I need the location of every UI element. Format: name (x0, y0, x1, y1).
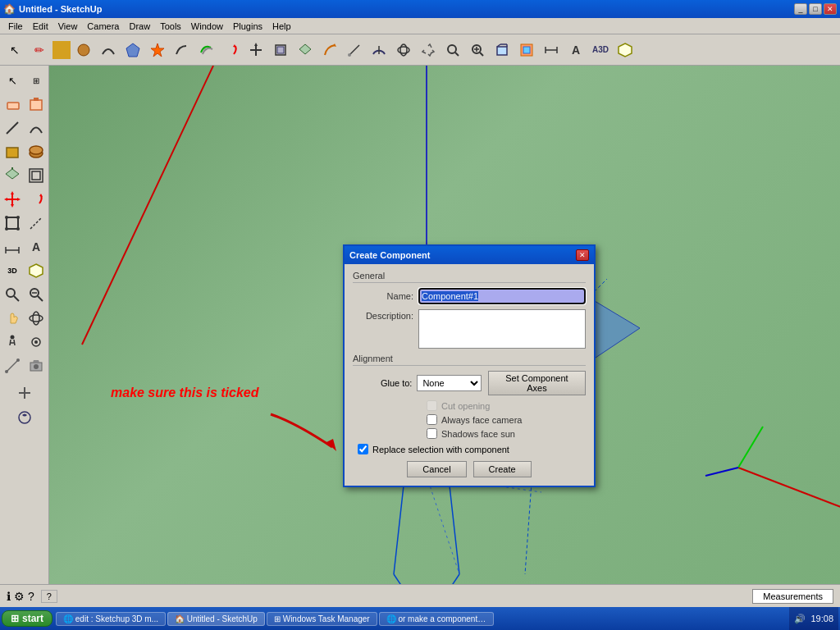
name-input[interactable] (418, 288, 586, 304)
taskbar-item-1[interactable]: 🏠 Untitled - SketchUp (167, 612, 265, 626)
tool-rect[interactable] (52, 41, 71, 59)
canvas-area[interactable]: make sure this is ticked Create Componen… (49, 66, 840, 584)
tool-lookat-left[interactable] (25, 331, 48, 354)
tool-offset[interactable] (195, 39, 218, 62)
tool-polygon[interactable] (121, 39, 144, 62)
tool-extra2[interactable] (13, 406, 36, 429)
tool-zoomext-left[interactable] (25, 283, 48, 306)
taskbar-item-2[interactable]: ⊞ Windows Task Manager (267, 612, 377, 626)
tool-pan[interactable] (417, 39, 440, 62)
tool-component[interactable] (491, 39, 514, 62)
scale-tools (1, 212, 48, 235)
zoom-tools (1, 283, 48, 306)
tool-zoomwindow[interactable] (441, 39, 464, 62)
tool-rotate-left[interactable] (25, 188, 48, 211)
description-row: Description: (353, 309, 586, 349)
tool-select2-left[interactable]: ⊞ (25, 69, 48, 92)
tool-select[interactable]: ↖ (3, 39, 26, 62)
annotation-text: make sure this is ticked (111, 386, 259, 400)
tool-arc[interactable] (97, 39, 120, 62)
tool-text-left[interactable]: A (25, 235, 48, 258)
cut-opening-label: Cut opening (441, 401, 490, 411)
tool-paint-left[interactable] (25, 93, 48, 116)
tool-hand-left[interactable] (1, 307, 24, 330)
tool-zoom-left[interactable] (1, 283, 24, 306)
tool-eraser-left[interactable] (1, 93, 24, 116)
tool-select-left[interactable]: ↖ (1, 69, 24, 92)
menu-camera[interactable]: Camera (82, 20, 124, 33)
menu-edit[interactable]: Edit (28, 20, 53, 33)
svg-marker-7 (299, 44, 311, 54)
tool-circle-left[interactable] (25, 140, 48, 163)
tool-zoom[interactable] (466, 39, 489, 62)
tool-pushpull[interactable] (294, 39, 317, 62)
tool-3dtext[interactable]: A3D (589, 39, 612, 62)
minimize-button[interactable]: _ (794, 3, 807, 15)
menu-draw[interactable]: Draw (124, 20, 155, 33)
tool-freehand[interactable] (171, 39, 194, 62)
tool-scale[interactable] (269, 39, 292, 62)
maximize-button[interactable]: □ (809, 3, 822, 15)
svg-rect-6 (277, 47, 284, 53)
menu-help[interactable]: Help (267, 20, 296, 33)
measurements-box: Measurements (752, 589, 833, 604)
main-toolbar: ↖ ✏ A A3D (0, 34, 840, 66)
tool-move[interactable] (244, 39, 267, 62)
tool-paint[interactable] (515, 39, 538, 62)
tool-followme[interactable] (318, 39, 341, 62)
main-area: ↖ ⊞ A 3D (0, 66, 840, 584)
menu-file[interactable]: File (3, 20, 28, 33)
taskbar-item-0[interactable]: 🌐 edit : Sketchup 3D m... (56, 612, 166, 626)
close-button[interactable]: ✕ (824, 3, 837, 15)
tool-rect-left[interactable] (1, 140, 24, 163)
menu-window[interactable]: Window (186, 20, 228, 33)
tool-pencil[interactable]: ✏ (28, 39, 51, 62)
taskbar-item-3[interactable]: 🌐 or make a component.... (379, 612, 494, 626)
set-axes-button[interactable]: Set Component Axes (488, 371, 586, 395)
svg-line-66 (7, 360, 18, 372)
tool-section[interactable] (614, 39, 637, 62)
menu-plugins[interactable]: Plugins (228, 20, 267, 33)
tool-dimension-left[interactable] (1, 235, 24, 258)
tool-move-left[interactable] (1, 188, 24, 211)
shadows-face-sun-checkbox[interactable] (427, 428, 437, 439)
tool-text[interactable]: A (564, 39, 587, 62)
tool-tape[interactable] (343, 39, 366, 62)
glue-to-select[interactable]: None Any Horizontal Vertical Sloped (417, 375, 481, 391)
tool-orbit-left[interactable] (25, 307, 48, 330)
window-controls: _ □ ✕ (794, 3, 837, 15)
tool-arc-left[interactable] (25, 116, 48, 139)
tool-section-left[interactable] (25, 259, 48, 282)
replace-selection-checkbox[interactable] (358, 444, 368, 454)
cancel-button[interactable]: Cancel (407, 461, 466, 477)
help-button[interactable]: ? (41, 590, 57, 603)
cut-opening-checkbox[interactable] (427, 400, 437, 411)
dialog-close-button[interactable]: ✕ (576, 249, 589, 261)
description-input[interactable] (418, 309, 586, 349)
tool-circle[interactable] (72, 39, 95, 62)
start-button[interactable]: ⊞ start (2, 610, 52, 627)
svg-marker-71 (33, 360, 39, 363)
alignment-section: Alignment Glue to: None Any Horizontal V… (353, 354, 586, 439)
tool-dimension[interactable] (540, 39, 563, 62)
always-face-camera-row: Always face camera (427, 414, 586, 425)
tool-tape-left[interactable] (25, 212, 48, 235)
tool-orbit[interactable] (392, 39, 415, 62)
tool-measure-left[interactable] (1, 354, 24, 377)
tool-camera-left[interactable] (25, 354, 48, 377)
tool-walk-left[interactable] (1, 331, 24, 354)
menu-view[interactable]: View (53, 20, 83, 33)
tool-protractor[interactable] (368, 39, 390, 62)
create-button[interactable]: Create (473, 461, 532, 477)
tool-pushpull-left[interactable] (1, 164, 24, 187)
tool-3dtext-left[interactable]: 3D (1, 259, 24, 282)
tool-scale-left[interactable] (1, 212, 24, 235)
tool-extra1[interactable] (13, 381, 36, 404)
always-face-camera-checkbox[interactable] (427, 414, 437, 425)
tool-line-left[interactable] (1, 116, 24, 139)
tool-offset-left[interactable] (25, 164, 48, 187)
menu-tools[interactable]: Tools (155, 20, 186, 33)
taskbar-right: 🔊 19:08 (789, 607, 838, 630)
tool-rotate[interactable] (220, 39, 243, 62)
tool-star[interactable] (146, 39, 169, 62)
